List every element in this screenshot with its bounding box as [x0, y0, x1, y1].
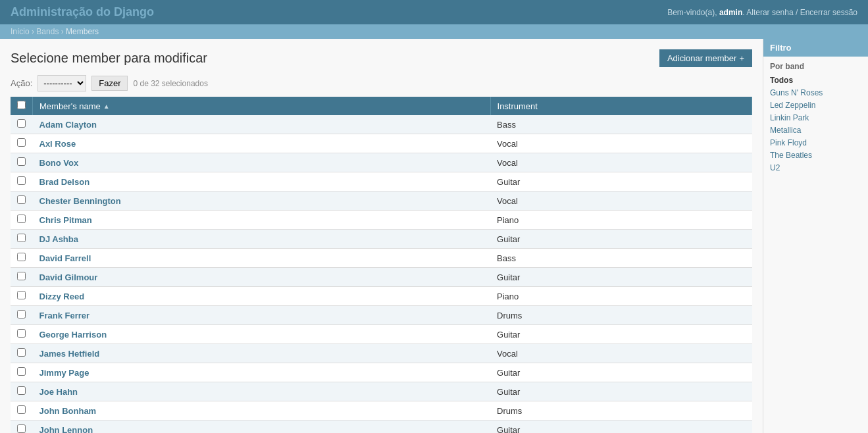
- breadcrumbs: Início › Bands › Members: [0, 24, 868, 39]
- member-name-link[interactable]: Joe Hahn: [39, 387, 78, 397]
- member-name-link[interactable]: Chris Pitman: [39, 215, 92, 225]
- member-name-link[interactable]: Chester Bennington: [39, 196, 121, 206]
- col-header-instrument[interactable]: Instrument: [490, 97, 752, 115]
- site-title-link[interactable]: Administração do Django: [11, 5, 154, 18]
- row-checkbox-cell: [11, 401, 33, 420]
- plus-icon: +: [739, 53, 744, 63]
- member-name-link[interactable]: David Farrell: [39, 253, 91, 263]
- member-name-link[interactable]: Brad Delson: [39, 177, 90, 187]
- row-checkbox[interactable]: [17, 329, 26, 338]
- filter-band-link[interactable]: Metallica: [770, 126, 801, 135]
- member-name-link[interactable]: Dizzy Reed: [39, 292, 85, 301]
- member-name-link[interactable]: James Hetfield: [39, 349, 100, 359]
- member-instrument-cell: Guitar: [490, 325, 752, 344]
- member-name-link[interactable]: Axl Rose: [39, 139, 76, 149]
- member-name-link[interactable]: Frank Ferrer: [39, 311, 90, 320]
- row-checkbox-cell: [11, 134, 33, 153]
- row-checkbox-cell: [11, 172, 33, 191]
- table-row: Adam Clayton Bass: [11, 115, 752, 134]
- filter-band-link[interactable]: Led Zeppelin: [770, 101, 815, 110]
- row-checkbox[interactable]: [17, 310, 26, 318]
- row-checkbox-cell: [11, 115, 33, 134]
- row-checkbox[interactable]: [17, 195, 26, 204]
- logout-link[interactable]: Encerrar sessão: [800, 8, 857, 17]
- member-name-cell: Joe Hahn: [33, 382, 491, 401]
- member-name-link[interactable]: Adam Clayton: [39, 120, 97, 130]
- member-name-cell: George Harrison: [33, 325, 491, 344]
- table-row: Joe Hahn Guitar: [11, 382, 752, 401]
- member-instrument-cell: Bass: [490, 249, 752, 268]
- select-all-header: [11, 97, 33, 115]
- select-all-checkbox[interactable]: [17, 101, 26, 109]
- row-checkbox-cell: [11, 363, 33, 382]
- table-row: Bono Vox Vocal: [11, 153, 752, 172]
- row-checkbox-cell: [11, 420, 33, 434]
- member-instrument-cell: Vocal: [490, 191, 752, 211]
- member-name-cell: Bono Vox: [33, 153, 491, 172]
- row-checkbox[interactable]: [17, 272, 26, 280]
- table-row: John Lennon Guitar: [11, 420, 752, 434]
- row-checkbox[interactable]: [17, 138, 26, 147]
- page-title-row: Selecione member para modificar Adiciona…: [11, 49, 752, 67]
- filter-band-link[interactable]: U2: [770, 163, 780, 172]
- row-checkbox[interactable]: [17, 405, 26, 414]
- row-checkbox[interactable]: [17, 253, 26, 261]
- main-content: Selecione member para modificar Adiciona…: [0, 39, 763, 433]
- filter-band-list: TodosGuns N' RosesLed ZeppelinLinkin Par…: [763, 74, 868, 174]
- col-header-name[interactable]: Member's name ▲: [33, 97, 491, 115]
- row-checkbox[interactable]: [17, 291, 26, 299]
- change-password-link[interactable]: Alterar senha: [746, 8, 793, 17]
- member-instrument-cell: Guitar: [490, 382, 752, 401]
- row-checkbox-cell: [11, 191, 33, 211]
- member-name-link[interactable]: John Bonham: [39, 406, 97, 416]
- table-header-row: Member's name ▲ Instrument: [11, 97, 752, 115]
- member-instrument-cell: Drums: [490, 306, 752, 325]
- row-checkbox-cell: [11, 344, 33, 363]
- user-tools: Bem-vindo(a), admin. Alterar senha / Enc…: [667, 8, 857, 17]
- filter-band-item: Pink Floyd: [763, 136, 868, 149]
- content-wrapper: Selecione member para modificar Adiciona…: [0, 39, 868, 433]
- filter-band-link[interactable]: Linkin Park: [770, 113, 809, 122]
- filter-band-item: Led Zeppelin: [763, 99, 868, 111]
- member-name-link[interactable]: David Gilmour: [39, 272, 98, 282]
- member-name-link[interactable]: George Harrison: [39, 330, 107, 340]
- breadcrumb-home[interactable]: Início: [11, 27, 30, 36]
- row-checkbox[interactable]: [17, 424, 26, 433]
- member-instrument-cell: Guitar: [490, 230, 752, 249]
- member-name-link[interactable]: DJ Ashba: [39, 234, 78, 244]
- member-instrument-cell: Bass: [490, 115, 752, 134]
- row-checkbox[interactable]: [17, 348, 26, 357]
- row-checkbox[interactable]: [17, 367, 26, 376]
- site-branding: Administração do Django: [11, 5, 154, 19]
- row-checkbox[interactable]: [17, 386, 26, 395]
- row-checkbox[interactable]: [17, 157, 26, 166]
- member-name-link[interactable]: Bono Vox: [39, 158, 79, 168]
- table-row: Brad Delson Guitar: [11, 172, 752, 191]
- row-checkbox[interactable]: [17, 234, 26, 242]
- member-instrument-cell: Vocal: [490, 134, 752, 153]
- member-instrument-cell: Vocal: [490, 153, 752, 172]
- table-row: Chris Pitman Piano: [11, 211, 752, 230]
- row-checkbox[interactable]: [17, 176, 26, 185]
- filter-band-link[interactable]: Pink Floyd: [770, 138, 807, 147]
- breadcrumb-current: Members: [66, 27, 99, 36]
- breadcrumb-bands[interactable]: Bands: [36, 27, 59, 36]
- member-name-link[interactable]: John Lennon: [39, 425, 93, 434]
- filter-band-link[interactable]: The Beatles: [770, 151, 812, 160]
- filter-header: Filtro: [763, 39, 868, 57]
- member-name-cell: Chester Bennington: [33, 191, 491, 211]
- row-checkbox[interactable]: [17, 119, 26, 128]
- member-name-link[interactable]: Jimmy Page: [39, 368, 89, 378]
- members-table: Member's name ▲ Instrument Adam Clayton: [11, 97, 752, 433]
- action-go-button[interactable]: Fazer: [91, 76, 128, 91]
- filter-band-item: U2: [763, 161, 868, 174]
- row-checkbox[interactable]: [17, 215, 26, 223]
- action-select[interactable]: ----------: [38, 75, 86, 91]
- add-member-button[interactable]: Adicionar member +: [659, 49, 752, 67]
- filter-band-item: The Beatles: [763, 149, 868, 161]
- member-name-cell: David Gilmour: [33, 268, 491, 287]
- filter-band-link[interactable]: Guns N' Roses: [770, 88, 823, 97]
- member-instrument-cell: Guitar: [490, 268, 752, 287]
- table-row: Dizzy Reed Piano: [11, 287, 752, 306]
- filter-band-link[interactable]: Todos: [770, 76, 793, 85]
